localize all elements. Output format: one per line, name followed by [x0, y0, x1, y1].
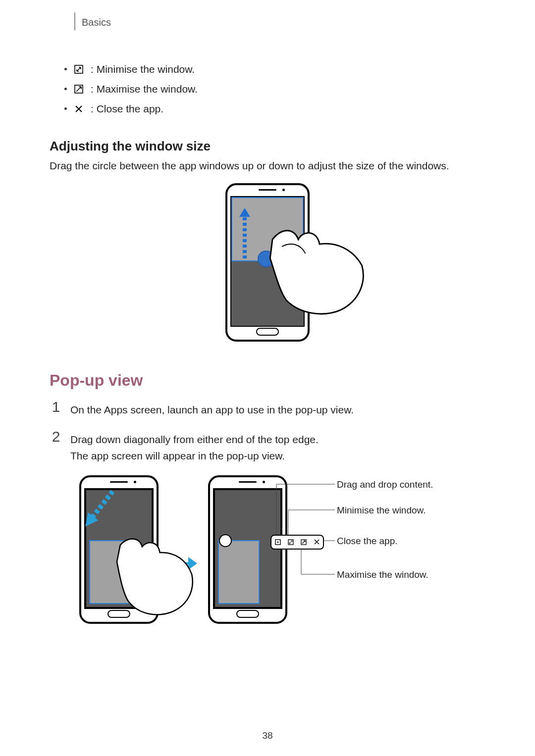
- step-number: 1: [50, 400, 62, 418]
- header-section-label: Basics: [82, 17, 111, 28]
- up-arrow-icon: [237, 205, 250, 259]
- popup-handle-icon: [219, 534, 232, 547]
- maximise-icon: [74, 84, 84, 94]
- icon-definition-list: : Minimise the window. : Maximise the wi…: [50, 59, 485, 119]
- popup-toolbar: [270, 535, 324, 550]
- callout-close: Close the app.: [337, 536, 398, 547]
- popup-window: [218, 540, 260, 604]
- callout-panel: Drag and drop content. Minimise the wind…: [297, 475, 485, 480]
- hand-gesture-icon: [268, 221, 372, 326]
- bullet-icon: [64, 88, 67, 90]
- step-2: 2 Drag down diagonally from either end o…: [50, 429, 485, 464]
- hand-gesture-icon: [116, 532, 196, 618]
- header-rule: [74, 12, 75, 30]
- list-item: : Close the app.: [50, 99, 485, 119]
- list-item: : Minimise the window.: [50, 59, 485, 79]
- step-number: 2: [50, 429, 62, 464]
- step-1: 1 On the Apps screen, launch an app to u…: [50, 400, 485, 418]
- page-number: 38: [0, 730, 535, 741]
- list-item: : Maximise the window.: [50, 79, 485, 99]
- section-heading-popup: Pop-up view: [50, 371, 485, 390]
- list-item-text: : Close the app.: [91, 99, 163, 119]
- list-item-text: : Maximise the window.: [91, 79, 198, 99]
- maximise-icon: [300, 539, 307, 546]
- callout-max: Maximise the window.: [337, 569, 428, 580]
- callout-drag: Drag and drop content.: [337, 479, 433, 490]
- svg-point-3: [277, 541, 278, 543]
- illustration-adjust-window: [50, 183, 485, 342]
- step-text: Drag down diagonally from either end of …: [70, 431, 319, 448]
- body-text: Drag the circle between the app windows …: [50, 158, 485, 174]
- step-text: The app screen will appear in the pop-up…: [70, 448, 319, 464]
- step-text: On the Apps screen, launch an app to use…: [70, 400, 354, 418]
- bullet-icon: [64, 68, 67, 70]
- illustration-popup-view: Drag and drop content. Minimise the wind…: [50, 475, 485, 624]
- list-item-text: : Minimise the window.: [91, 59, 195, 79]
- close-icon: [313, 539, 320, 546]
- subheading-adjusting: Adjusting the window size: [50, 139, 485, 154]
- callout-min: Minimise the window.: [337, 505, 426, 516]
- drag-content-icon: [274, 539, 281, 546]
- bullet-icon: [64, 107, 67, 110]
- close-icon: [74, 104, 84, 114]
- minimise-icon: [74, 64, 84, 74]
- minimise-icon: [287, 539, 294, 546]
